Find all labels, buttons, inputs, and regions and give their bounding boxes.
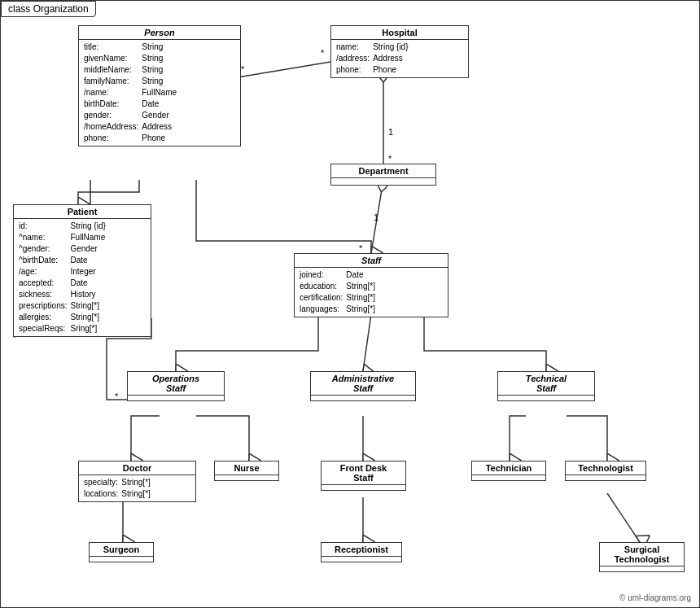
svg-text:*: *: [388, 154, 392, 164]
svg-text:*: *: [359, 243, 363, 253]
surgical-technologist-class: SurgicalTechnologist: [599, 542, 685, 572]
svg-text:*: *: [241, 64, 245, 74]
nurse-class: Nurse: [214, 461, 279, 481]
svg-line-6: [363, 314, 371, 371]
svg-text:*: *: [321, 48, 325, 58]
svg-text:1: 1: [388, 127, 393, 137]
svg-line-10: [607, 493, 640, 542]
operations-staff-body: [128, 396, 224, 400]
nurse-title: Nurse: [215, 461, 278, 475]
person-body: title:String givenName:String middleName…: [79, 40, 240, 146]
technologist-title: Technologist: [566, 461, 645, 475]
technologist-class: Technologist: [565, 461, 646, 481]
technician-title: Technician: [472, 461, 545, 475]
technician-class: Technician: [471, 461, 546, 481]
surgical-technologist-body: [600, 566, 684, 571]
hospital-title: Hospital: [331, 26, 468, 40]
doctor-body: specialty:String[*] locations:String[*]: [79, 475, 195, 501]
hospital-body: name:String {id} /address:Address phone:…: [331, 40, 468, 77]
staff-title: Staff: [295, 254, 448, 268]
diagram-container: class Organization: [0, 0, 700, 608]
diagram-title: class Organization: [1, 1, 96, 17]
department-body: [331, 178, 435, 185]
receptionist-class: Receptionist: [321, 542, 402, 562]
surgical-technologist-title: SurgicalTechnologist: [600, 543, 684, 566]
patient-body: id:String {id} ^name:FullName ^gender:Ge…: [14, 219, 151, 336]
doctor-class: Doctor specialty:String[*] locations:Str…: [78, 461, 196, 502]
copyright: © uml-diagrams.org: [619, 593, 691, 602]
department-title: Department: [331, 164, 435, 178]
technical-staff-body: [498, 396, 594, 400]
technician-body: [472, 475, 545, 480]
operations-staff-title: OperationsStaff: [128, 372, 224, 396]
technologist-body: [566, 475, 645, 480]
staff-class: Staff joined:Date education:String[*] ce…: [294, 253, 448, 317]
front-desk-staff-class: Front DeskStaff: [321, 461, 406, 491]
operations-staff-class: OperationsStaff: [127, 371, 225, 401]
surgeon-body: [90, 557, 153, 562]
surgeon-class: Surgeon: [89, 542, 154, 562]
svg-text:*: *: [115, 391, 119, 401]
receptionist-title: Receptionist: [322, 543, 401, 557]
front-desk-staff-title: Front DeskStaff: [322, 461, 405, 485]
administrative-staff-title: AdministrativeStaff: [311, 372, 415, 396]
svg-text:1: 1: [374, 212, 378, 222]
front-desk-staff-body: [322, 485, 405, 490]
staff-body: joined:Date education:String[*] certific…: [295, 268, 448, 317]
person-title: Person: [79, 26, 240, 40]
svg-line-4: [371, 180, 383, 253]
patient-title: Patient: [14, 205, 151, 219]
person-class: Person title:String givenName:String mid…: [78, 25, 241, 147]
receptionist-body: [322, 557, 401, 562]
hospital-class: Hospital name:String {id} /address:Addre…: [330, 25, 469, 78]
surgeon-title: Surgeon: [90, 543, 153, 557]
doctor-title: Doctor: [79, 461, 195, 475]
administrative-staff-class: AdministrativeStaff: [310, 371, 416, 401]
technical-staff-class: TechnicalStaff: [497, 371, 595, 401]
nurse-body: [215, 475, 278, 480]
patient-class: Patient id:String {id} ^name:FullName ^g…: [13, 204, 151, 337]
technical-staff-title: TechnicalStaff: [498, 372, 594, 396]
svg-line-5: [233, 62, 330, 78]
administrative-staff-body: [311, 396, 415, 400]
department-class: Department: [330, 164, 436, 186]
